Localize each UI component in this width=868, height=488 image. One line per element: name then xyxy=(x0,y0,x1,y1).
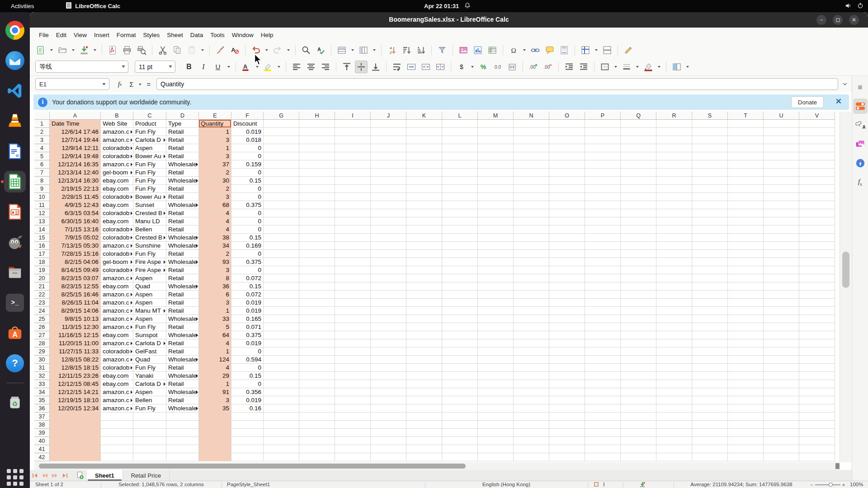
cell-J19[interactable] xyxy=(371,266,406,274)
cell-L33[interactable] xyxy=(442,380,478,388)
cell-H9[interactable] xyxy=(299,185,335,193)
cell-B2[interactable]: amazon.c xyxy=(101,128,133,136)
menu-insert[interactable]: Insert xyxy=(90,29,113,41)
cell-H30[interactable] xyxy=(299,356,335,364)
cell-B36[interactable]: amazon.c xyxy=(101,404,133,413)
cell-I1[interactable] xyxy=(335,120,371,128)
cell-H24[interactable] xyxy=(299,307,335,315)
cell-R24[interactable] xyxy=(656,307,692,315)
insert-columns-button[interactable] xyxy=(357,44,370,56)
row-header-19[interactable]: 19 xyxy=(34,266,50,274)
cell-M4[interactable] xyxy=(478,144,514,152)
cell-S27[interactable] xyxy=(692,331,728,339)
cell-G2[interactable] xyxy=(264,128,299,136)
cell-U9[interactable] xyxy=(764,185,799,193)
cell-Q24[interactable] xyxy=(621,307,656,315)
cell-L27[interactable] xyxy=(442,331,478,339)
zoom-in-icon[interactable]: + xyxy=(842,482,845,488)
cell-O14[interactable] xyxy=(549,225,585,234)
cell-P20[interactable] xyxy=(585,274,621,282)
cell-J23[interactable] xyxy=(371,299,406,307)
cell-B41[interactable] xyxy=(101,445,133,453)
cell-A37[interactable] xyxy=(50,413,101,421)
cell-S31[interactable] xyxy=(692,364,728,372)
row-header-35[interactable]: 35 xyxy=(34,396,50,404)
cell-V16[interactable] xyxy=(799,242,835,250)
cell-J8[interactable] xyxy=(371,177,406,185)
cell-P31[interactable] xyxy=(585,364,621,372)
titlebar[interactable]: BoomerangSales.xlsx - LibreOffice Calc −… xyxy=(30,12,868,28)
align-center-button[interactable] xyxy=(305,61,317,73)
dock-item-help[interactable]: ? xyxy=(4,352,26,374)
dock-item-app-grid[interactable] xyxy=(4,466,26,488)
cell-L1[interactable] xyxy=(442,120,478,128)
column-header-K[interactable]: K xyxy=(406,112,442,120)
name-box[interactable]: E1 xyxy=(35,78,109,90)
cell-Q37[interactable] xyxy=(621,413,656,421)
cell-I12[interactable] xyxy=(335,209,371,217)
cell-Q8[interactable] xyxy=(621,177,656,185)
cell-U12[interactable] xyxy=(764,209,799,217)
cell-T2[interactable] xyxy=(728,128,764,136)
menu-file[interactable]: File xyxy=(35,29,52,41)
dock-item-lo-impress[interactable] xyxy=(4,201,26,223)
cell-N1[interactable] xyxy=(514,120,549,128)
cell-T30[interactable] xyxy=(728,356,764,364)
row-header-38[interactable]: 38 xyxy=(34,421,50,429)
column-header-C[interactable]: C xyxy=(133,112,166,120)
cell-R27[interactable] xyxy=(656,331,692,339)
cell-E6[interactable]: 37 xyxy=(199,160,231,169)
cell-C35[interactable]: Bellen xyxy=(133,396,166,404)
cell-A12[interactable]: 6/3/15 03:54 xyxy=(50,209,101,217)
cell-Q1[interactable] xyxy=(621,120,656,128)
cell-A28[interactable]: 11/20/15 11:00 xyxy=(50,339,101,347)
cell-S15[interactable] xyxy=(692,234,728,242)
indent-increase-button[interactable] xyxy=(563,61,576,73)
cell-D5[interactable]: Retail xyxy=(166,152,199,160)
dropdown-arrow[interactable] xyxy=(613,61,618,73)
cell-B9[interactable]: ebay.com xyxy=(101,185,133,193)
cell-I27[interactable] xyxy=(335,331,371,339)
cell-E1[interactable]: Quantity xyxy=(199,120,231,128)
cell-B12[interactable]: coloradob xyxy=(101,209,133,217)
cell-O32[interactable] xyxy=(549,372,585,380)
cell-R41[interactable] xyxy=(656,445,692,453)
cell-G3[interactable] xyxy=(264,136,299,144)
cell-P33[interactable] xyxy=(585,380,621,388)
cell-P1[interactable] xyxy=(585,120,621,128)
cell-C26[interactable]: Fun Fly xyxy=(133,323,166,331)
find-replace-button[interactable] xyxy=(300,44,312,56)
cell-R13[interactable] xyxy=(656,217,692,225)
cell-E40[interactable] xyxy=(199,437,231,445)
cell-N40[interactable] xyxy=(514,437,549,445)
cell-F41[interactable] xyxy=(231,445,264,453)
cell-E5[interactable]: 3 xyxy=(199,152,231,160)
cell-D36[interactable]: Wholesale xyxy=(166,404,199,413)
cell-I2[interactable] xyxy=(335,128,371,136)
dock-item-trash[interactable]: ♻ xyxy=(4,392,26,413)
cell-F13[interactable]: 0 xyxy=(231,217,264,225)
cell-A30[interactable]: 12/8/15 08:22 xyxy=(50,356,101,364)
cell-Q39[interactable] xyxy=(621,429,656,437)
cell-P16[interactable] xyxy=(585,242,621,250)
cell-E15[interactable]: 38 xyxy=(199,234,231,242)
cell-L32[interactable] xyxy=(442,372,478,380)
cell-Q2[interactable] xyxy=(621,128,656,136)
cell-Q21[interactable] xyxy=(621,282,656,291)
cell-P11[interactable] xyxy=(585,201,621,209)
cell-A40[interactable] xyxy=(50,437,101,445)
cell-R40[interactable] xyxy=(656,437,692,445)
cell-L23[interactable] xyxy=(442,299,478,307)
cell-J17[interactable] xyxy=(371,250,406,258)
cell-I31[interactable] xyxy=(335,364,371,372)
cell-U35[interactable] xyxy=(764,396,799,404)
cell-R39[interactable] xyxy=(656,429,692,437)
dock-item-lo-calc[interactable] xyxy=(4,171,26,192)
dock-item-gimp[interactable] xyxy=(4,231,26,253)
cell-L3[interactable] xyxy=(442,136,478,144)
dropdown-arrow[interactable] xyxy=(71,44,76,56)
cell-E11[interactable]: 68 xyxy=(199,201,231,209)
menu-edit[interactable]: Edit xyxy=(52,29,70,41)
cell-C41[interactable] xyxy=(133,445,166,453)
cell-R20[interactable] xyxy=(656,274,692,282)
